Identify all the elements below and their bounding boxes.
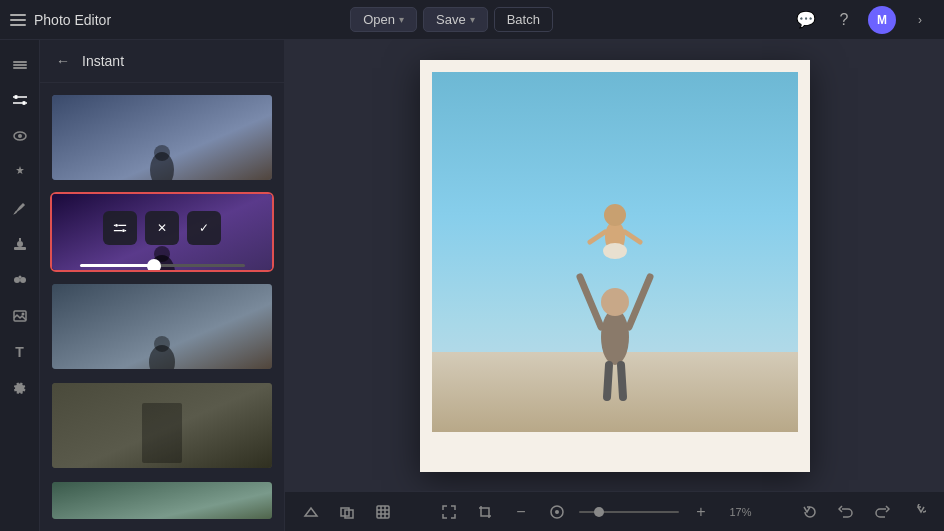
svg-point-10 (18, 134, 22, 138)
open-save-group: Open ▾ Save ▾ Batch (350, 7, 553, 32)
main-layout: T ← Instant (0, 40, 944, 531)
effects-icon[interactable] (4, 156, 36, 188)
svg-point-44 (601, 309, 629, 365)
panel: ← Instant (40, 40, 285, 531)
svg-rect-1 (13, 64, 27, 66)
svg-point-36 (154, 336, 170, 352)
intensity-slider[interactable] (80, 264, 245, 267)
zoom-slider[interactable] (579, 511, 679, 513)
adjustments-icon[interactable] (4, 84, 36, 116)
save-chevron: ▾ (470, 14, 475, 25)
polaroid-frame (420, 60, 810, 472)
adjust-control-button[interactable] (103, 211, 137, 245)
svg-point-51 (604, 204, 626, 226)
confirm-control-button[interactable]: ✓ (187, 211, 221, 245)
svg-rect-13 (19, 238, 21, 241)
preset-card-instant1[interactable]: Instant 1 (50, 93, 274, 182)
preset-card-instant4[interactable]: Instant 4 (50, 381, 274, 470)
redo-icon[interactable] (868, 498, 896, 526)
svg-rect-12 (17, 241, 23, 247)
preset-thumb-instant5 (52, 482, 272, 521)
preset-thumb-instant1 (52, 95, 272, 182)
panel-header: ← Instant (40, 40, 284, 83)
brush-icon[interactable] (4, 192, 36, 224)
svg-rect-0 (13, 61, 27, 63)
bottom-center-tools: − + 17% (435, 498, 758, 526)
svg-rect-39 (142, 403, 182, 463)
svg-rect-11 (14, 247, 26, 250)
undo-icon[interactable] (832, 498, 860, 526)
chat-icon[interactable]: 💬 (792, 6, 820, 34)
stamp-icon[interactable] (4, 228, 36, 260)
image-icon[interactable] (4, 300, 36, 332)
text-icon[interactable]: T (4, 336, 36, 368)
svg-point-4 (22, 101, 26, 105)
polaroid-image (432, 72, 798, 432)
preset-thumb-instant4 (52, 383, 272, 470)
svg-point-22 (154, 145, 170, 161)
panel-content: Instant 1 (40, 83, 284, 531)
overlay-tool-3-icon[interactable] (369, 498, 397, 526)
topbar: Photo Editor Open ▾ Save ▾ Batch 💬 ? M › (0, 0, 944, 40)
svg-line-48 (607, 365, 609, 397)
control-buttons: ✕ ✓ (103, 211, 221, 245)
svg-point-18 (21, 313, 24, 316)
settings-icon[interactable] (4, 372, 36, 404)
open-chevron: ▾ (399, 14, 404, 25)
svg-line-49 (621, 365, 623, 397)
expand-icon[interactable] (435, 498, 463, 526)
help-icon[interactable]: ? (830, 6, 858, 34)
back-button[interactable]: ← (52, 50, 74, 72)
canvas-main[interactable] (285, 40, 944, 491)
preset-card-instant3[interactable]: Instant 3 (50, 282, 274, 371)
zoom-circle-icon[interactable] (543, 498, 571, 526)
svg-point-64 (555, 510, 559, 514)
avatar[interactable]: M (868, 6, 896, 34)
icon-bar: T (0, 40, 40, 531)
open-button[interactable]: Open ▾ (350, 7, 417, 32)
topbar-center: Open ▾ Save ▾ Batch (111, 7, 792, 32)
bottom-left-tools (297, 498, 397, 526)
preset-card-instant5[interactable] (50, 480, 274, 521)
save-button[interactable]: Save ▾ (423, 7, 488, 32)
svg-point-3 (14, 95, 18, 99)
svg-point-28 (122, 230, 125, 233)
panel-title: Instant (82, 53, 124, 69)
canvas-area: − + 17% (285, 40, 944, 531)
preset-card-instant2[interactable]: ✕ ✓ (50, 192, 274, 272)
rotate-right-icon[interactable] (904, 498, 932, 526)
svg-point-54 (603, 243, 627, 259)
topbar-left: Photo Editor (10, 12, 111, 28)
eye-icon[interactable] (4, 120, 36, 152)
zoom-out-icon[interactable]: − (507, 498, 535, 526)
batch-button[interactable]: Batch (494, 7, 553, 32)
svg-rect-41 (52, 482, 272, 521)
bottom-bar: − + 17% (285, 491, 944, 531)
preset-thumb-instant3 (52, 284, 272, 371)
svg-rect-2 (13, 67, 27, 69)
zoom-in-icon[interactable]: + (687, 498, 715, 526)
preset-controls: ✕ ✓ (52, 194, 272, 272)
menu-icon[interactable] (10, 14, 26, 26)
rotate-left-icon[interactable] (796, 498, 824, 526)
preset-thumb-instant2: ✕ ✓ (52, 194, 272, 272)
svg-point-27 (115, 225, 118, 228)
crop-icon[interactable] (471, 498, 499, 526)
svg-point-16 (18, 276, 21, 279)
layers-icon[interactable] (4, 48, 36, 80)
bottom-right-tools (796, 498, 932, 526)
app-title: Photo Editor (34, 12, 111, 28)
svg-point-45 (601, 288, 629, 316)
overlay-tool-2-icon[interactable] (333, 498, 361, 526)
intensity-slider-row (80, 253, 245, 271)
overlay-tool-1-icon[interactable] (297, 498, 325, 526)
chevron-right-icon[interactable]: › (906, 6, 934, 34)
svg-rect-58 (377, 506, 389, 518)
topbar-right: 💬 ? M › (792, 6, 934, 34)
group-icon[interactable] (4, 264, 36, 296)
zoom-percent: 17% (723, 506, 758, 518)
cancel-control-button[interactable]: ✕ (145, 211, 179, 245)
svg-marker-55 (305, 508, 317, 516)
